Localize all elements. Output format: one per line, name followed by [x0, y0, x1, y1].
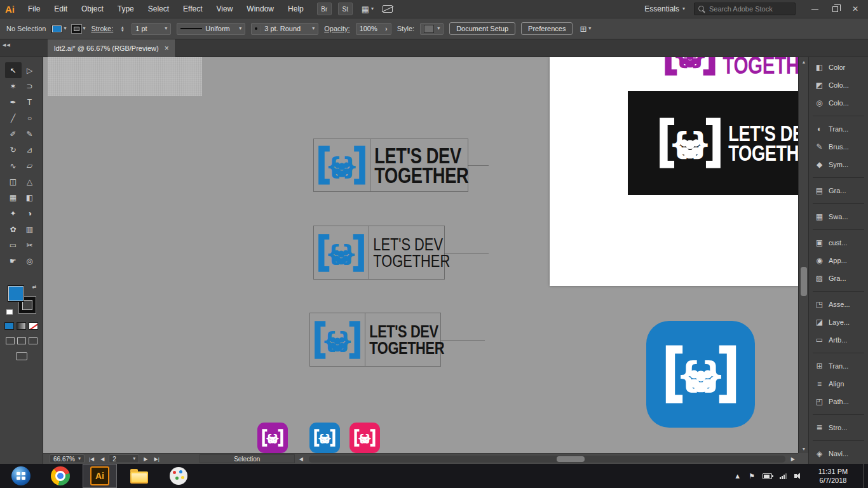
- artboard-prev-button[interactable]: ◀: [98, 456, 106, 462]
- tool-pen[interactable]: ✒: [5, 94, 22, 110]
- tool-type[interactable]: T: [22, 94, 38, 110]
- tool-eyedropper[interactable]: ✦: [5, 205, 22, 221]
- draw-normal-button[interactable]: [6, 337, 15, 344]
- tool-direct-selection[interactable]: ▷: [22, 62, 38, 78]
- gradient-button[interactable]: [17, 322, 26, 330]
- tool-free-transform[interactable]: ▱: [22, 158, 38, 173]
- color-button[interactable]: [4, 322, 14, 330]
- fill-color-swatch[interactable]: [8, 285, 24, 302]
- opacity-select[interactable]: 100% ›: [356, 23, 391, 35]
- taskbar-clock[interactable]: 11:31 PM 6/7/2018: [811, 467, 855, 485]
- artboard[interactable]: LET'S DEV TOGETHER LET'S DEV TOGETHER: [550, 57, 798, 286]
- tool-hand[interactable]: ☛: [5, 253, 22, 269]
- tool-column-graph[interactable]: ▥: [22, 221, 38, 237]
- tool-line-segment[interactable]: ╱: [5, 110, 22, 126]
- scroll-down-button[interactable]: ▼: [799, 444, 809, 453]
- panel-transform[interactable]: ⊞Tran...: [809, 357, 868, 375]
- graphic-style-select[interactable]: ▾: [420, 23, 444, 35]
- panel-artboards[interactable]: ▭Artb...: [809, 331, 868, 349]
- stroke-weight-stepper[interactable]: ▴ ▾: [119, 23, 126, 35]
- menu-effect[interactable]: Effect: [176, 0, 209, 18]
- chrome-taskbar-button[interactable]: [43, 464, 78, 488]
- adobe-stock-searchbox[interactable]: [694, 3, 796, 15]
- stock-button[interactable]: St: [338, 3, 353, 15]
- tool-selection[interactable]: ↖: [5, 62, 22, 78]
- tool-pencil[interactable]: ✎: [22, 126, 38, 142]
- menu-file[interactable]: File: [21, 0, 47, 18]
- hidden-icons-chevron[interactable]: ▲: [734, 472, 741, 480]
- panel-gradient[interactable]: ▤Gra...: [809, 182, 868, 200]
- width-profile-select[interactable]: Uniform ▾: [177, 23, 245, 35]
- logo-lockup-light[interactable]: LET'S DEV TOGETHER: [313, 226, 445, 280]
- tool-width[interactable]: ∿: [5, 158, 22, 173]
- brush-definition-select[interactable]: 3 pt. Round ▾: [251, 23, 318, 35]
- collapse-dock-icon[interactable]: ◀◀: [3, 43, 11, 48]
- app-icon-blue-large[interactable]: [646, 321, 755, 428]
- battery-icon[interactable]: [763, 473, 772, 479]
- fill-color-control[interactable]: ▾: [51, 25, 66, 33]
- panel-align[interactable]: ≡Align: [809, 375, 868, 393]
- menu-help[interactable]: Help: [281, 0, 311, 18]
- app-icon-blue-small[interactable]: [309, 423, 340, 453]
- stroke-panel-link[interactable]: Stroke:: [91, 25, 113, 32]
- stroke-weight-select[interactable]: 1 pt ▾: [132, 23, 171, 35]
- tool-zoom[interactable]: ◎: [22, 253, 38, 269]
- stroke-color-control[interactable]: ▾: [72, 25, 85, 33]
- network-icon[interactable]: [780, 473, 787, 479]
- tool-artboard[interactable]: ▭: [5, 237, 22, 253]
- menu-object[interactable]: Object: [74, 0, 111, 18]
- tab-close-icon[interactable]: ×: [165, 44, 169, 53]
- logo-lockup-large[interactable]: LET'S DEV TOGETHER: [313, 139, 468, 192]
- panel-custom-library[interactable]: ▣cust...: [809, 234, 868, 252]
- panel-stroke[interactable]: ≣Stro...: [809, 419, 868, 437]
- panel-asset-export[interactable]: ◳Asse...: [809, 295, 868, 313]
- zoom-level-select[interactable]: 66.67% ▾: [50, 454, 85, 463]
- swap-fill-stroke-icon[interactable]: ⇄: [32, 284, 37, 290]
- tool-symbol-sprayer[interactable]: ✿: [5, 221, 22, 237]
- panel-swatches[interactable]: ▦Swa...: [809, 208, 868, 226]
- vertical-scrollbar[interactable]: ▲ ▼: [798, 57, 808, 453]
- bridge-button[interactable]: Br: [317, 3, 332, 15]
- screen-mode-button[interactable]: [16, 352, 27, 360]
- scroll-up-button[interactable]: ▲: [799, 57, 809, 66]
- panel-navigator[interactable]: ◈Navi...: [809, 445, 868, 463]
- none-button[interactable]: [29, 322, 38, 330]
- tool-lasso[interactable]: ⊃: [22, 78, 38, 94]
- artboard-next-button[interactable]: ▶: [142, 456, 149, 462]
- stepper-down-icon[interactable]: ▾: [119, 29, 126, 32]
- panel-color-guide[interactable]: ◩Colo...: [809, 76, 868, 94]
- document-setup-button[interactable]: Document Setup: [449, 22, 515, 35]
- panel-color[interactable]: ◧Color: [809, 58, 868, 76]
- dark-logo-panel[interactable]: LET'S DEV TOGETHER: [628, 91, 798, 195]
- illustrator-taskbar-button[interactable]: Ai: [83, 464, 117, 488]
- panel-graphic-styles[interactable]: ▨Gra...: [809, 269, 868, 287]
- app-icon-purple-small[interactable]: [257, 423, 288, 453]
- start-button[interactable]: [4, 464, 38, 488]
- pasteboard-object[interactable]: [48, 57, 202, 96]
- minimize-button[interactable]: [804, 0, 825, 18]
- tool-blend[interactable]: ◑: [22, 205, 38, 221]
- status-indicator[interactable]: Selection: [200, 454, 295, 463]
- tool-paintbrush[interactable]: ✐: [5, 126, 22, 142]
- arrange-documents-button[interactable]: ▦ ▾: [362, 4, 374, 14]
- action-center-flag-icon[interactable]: ⚑: [749, 472, 755, 480]
- canvas[interactable]: LET'S DEV TOGETHER LET'S DEV TOGETHER: [43, 57, 798, 453]
- menu-view[interactable]: View: [210, 0, 240, 18]
- tool-gradient[interactable]: ◧: [22, 189, 38, 205]
- tool-rotate[interactable]: ↻: [5, 142, 22, 158]
- tool-perspective-grid[interactable]: △: [22, 173, 38, 189]
- vertical-scroll-thumb[interactable]: [801, 267, 807, 296]
- panel-transparency[interactable]: ◐Tran...: [809, 120, 868, 138]
- menu-type[interactable]: Type: [111, 0, 141, 18]
- draw-inside-button[interactable]: [29, 337, 37, 344]
- artboard-last-button[interactable]: ▶|: [152, 456, 161, 462]
- document-tab[interactable]: ldt2.ai* @ 66.67% (RGB/Preview) ×: [48, 39, 176, 57]
- restore-button[interactable]: [825, 0, 845, 18]
- transform-reference-widget[interactable]: ⊞ ▾: [580, 24, 591, 34]
- app-icon-pink-small[interactable]: [349, 423, 380, 453]
- tool-magic-wand[interactable]: ✶: [5, 78, 22, 94]
- default-fill-stroke-icon[interactable]: [6, 309, 13, 315]
- tool-mesh[interactable]: ▦: [5, 189, 22, 205]
- logo-lockup-purple[interactable]: LET'S DEV TOGETHER: [661, 57, 798, 84]
- close-button[interactable]: ✕: [845, 0, 865, 18]
